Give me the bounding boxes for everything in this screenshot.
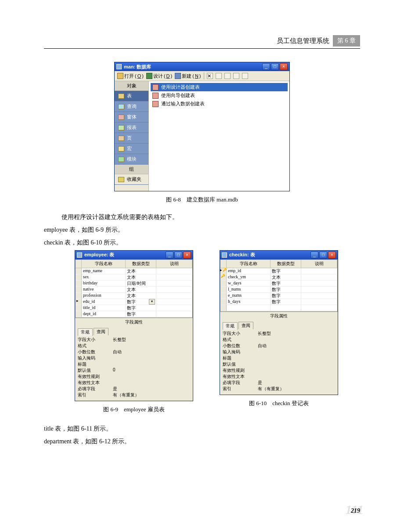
field-type-cell[interactable]: 文本 — [271, 274, 301, 280]
row-selector[interactable] — [76, 305, 82, 311]
prop-value[interactable] — [113, 355, 190, 361]
prop-value[interactable]: 是 — [258, 380, 335, 386]
sidebar-forms[interactable]: 窗体 — [115, 112, 148, 122]
prop-row[interactable]: 标题 — [78, 361, 190, 367]
table-row[interactable] — [220, 305, 337, 311]
table-row[interactable]: title_id数字 — [76, 305, 192, 311]
open-button[interactable]: 打开(O) — [117, 73, 144, 79]
field-type-cell[interactable]: 数字 — [271, 280, 301, 287]
prop-row[interactable]: 字段大小长整型 — [78, 337, 190, 343]
prop-row[interactable]: 字段大小长整型 — [223, 331, 335, 337]
prop-value[interactable]: 有（有重复） — [258, 386, 335, 392]
prop-value[interactable] — [258, 361, 335, 367]
prop-row[interactable]: 有效性文本 — [223, 374, 335, 380]
prop-value[interactable] — [258, 367, 335, 374]
table-row[interactable]: emp_id数字 — [220, 268, 337, 274]
prop-row[interactable]: 有效性规则 — [223, 367, 335, 374]
tab-lookup[interactable]: 查阅 — [94, 328, 108, 335]
row-selector[interactable] — [76, 268, 82, 274]
prop-row[interactable]: 输入掩码 — [223, 349, 335, 355]
minimize-button[interactable]: _ — [166, 252, 173, 259]
field-desc-cell[interactable] — [301, 305, 337, 311]
prop-value[interactable]: 自动 — [258, 343, 335, 349]
field-grid[interactable]: 字段名称 数据类型 说明 emp_name文本sex文本birthday日期/时… — [75, 259, 193, 318]
maximize-button[interactable]: □ — [319, 252, 327, 259]
sidebar-favorites[interactable]: 收藏夹 — [115, 174, 148, 185]
prop-row[interactable]: 索引有（有重复） — [78, 392, 190, 398]
row-selector[interactable] — [220, 305, 227, 311]
field-name-cell[interactable]: dept_id — [82, 311, 126, 317]
field-desc-cell[interactable] — [301, 299, 337, 305]
row-selector[interactable] — [220, 268, 227, 274]
field-type-cell[interactable]: 数字 — [271, 299, 301, 305]
field-name-cell[interactable]: emp_name — [82, 268, 126, 274]
field-name-cell[interactable]: l_nums — [227, 287, 271, 293]
field-grid[interactable]: 字段名称 数据类型 说明 emp_id数字check_ym文本w_days数字l… — [220, 259, 338, 312]
field-name-cell[interactable]: sex — [82, 274, 126, 280]
prop-value[interactable] — [258, 374, 335, 380]
row-selector[interactable] — [220, 293, 227, 299]
field-desc-cell[interactable] — [156, 280, 192, 287]
prop-row[interactable]: 小数位数自动 — [223, 343, 335, 349]
maximize-button[interactable]: □ — [271, 63, 279, 70]
create-by-data[interactable]: 通过输入数据创建表 — [151, 100, 288, 108]
tab-general[interactable]: 常规 — [78, 328, 93, 336]
row-selector[interactable] — [76, 299, 82, 305]
table-row[interactable]: native文本 — [76, 287, 192, 293]
design-button[interactable]: 设计(D) — [146, 73, 172, 79]
table-row[interactable]: h_days数字 — [220, 299, 337, 305]
prop-row[interactable]: 必填字段是 — [78, 386, 190, 392]
prop-value[interactable] — [258, 355, 335, 361]
table-row[interactable]: edu_id数字 — [76, 299, 192, 305]
field-name-cell[interactable]: w_days — [227, 280, 271, 287]
titlebar[interactable]: man: 数据库 _ □ × — [115, 62, 289, 71]
view-small-icon[interactable] — [224, 73, 231, 79]
prop-row[interactable]: 有效性规则 — [78, 374, 190, 380]
field-name-cell[interactable]: check_ym — [227, 274, 271, 280]
field-type-cell[interactable]: 数字 — [271, 293, 301, 299]
prop-row[interactable]: 必填字段是 — [223, 380, 335, 386]
sidebar-macros[interactable]: 宏 — [115, 144, 148, 154]
prop-value[interactable] — [113, 361, 190, 367]
row-selector[interactable] — [220, 287, 227, 293]
field-name-cell[interactable]: h_days — [227, 299, 271, 305]
field-name-cell[interactable]: birthday — [82, 280, 126, 287]
sidebar-tables[interactable]: 表 — [115, 91, 148, 101]
field-type-cell[interactable]: 文本 — [126, 268, 156, 274]
prop-row[interactable]: 默认值 — [223, 361, 335, 367]
table-row[interactable]: profession文本 — [76, 293, 192, 299]
table-row[interactable]: w_days数字 — [220, 280, 337, 287]
prop-row[interactable]: 格式 — [78, 343, 190, 349]
new-button[interactable]: 新建(N) — [175, 73, 201, 79]
create-by-designer[interactable]: 使用设计器创建表 — [151, 83, 288, 91]
row-selector[interactable] — [76, 280, 82, 287]
field-type-cell[interactable]: 数字 — [126, 299, 156, 305]
field-desc-cell[interactable] — [156, 293, 192, 299]
field-desc-cell[interactable] — [301, 268, 337, 274]
field-type-cell[interactable] — [271, 305, 301, 311]
sidebar-modules[interactable]: 模块 — [115, 154, 148, 165]
prop-value[interactable] — [113, 380, 190, 386]
prop-value[interactable]: 长整型 — [258, 331, 335, 337]
table-row[interactable]: sex文本 — [76, 274, 192, 280]
tab-general[interactable]: 常规 — [223, 322, 238, 330]
prop-value[interactable] — [113, 343, 190, 349]
field-type-cell[interactable]: 文本 — [126, 287, 156, 293]
prop-value[interactable]: 有（有重复） — [113, 392, 190, 398]
prop-row[interactable]: 索引有（有重复） — [223, 386, 335, 392]
row-selector[interactable] — [220, 299, 227, 305]
prop-value[interactable] — [113, 374, 190, 380]
sidebar-reports[interactable]: 报表 — [115, 122, 148, 133]
row-selector[interactable] — [76, 274, 82, 280]
field-name-cell[interactable]: edu_id — [82, 299, 126, 305]
field-type-cell[interactable]: 日期/时间 — [126, 280, 156, 287]
row-selector[interactable] — [76, 287, 82, 293]
prop-row[interactable]: 输入掩码 — [78, 355, 190, 361]
prop-row[interactable]: 默认值0 — [78, 367, 190, 374]
view-detail-icon[interactable] — [242, 73, 248, 79]
field-desc-cell[interactable] — [301, 280, 337, 287]
field-type-cell[interactable]: 文本 — [126, 274, 156, 280]
titlebar[interactable]: employee: 表 _ □ × — [75, 251, 193, 259]
prop-value[interactable]: 自动 — [113, 349, 190, 355]
maximize-button[interactable]: □ — [174, 252, 182, 259]
